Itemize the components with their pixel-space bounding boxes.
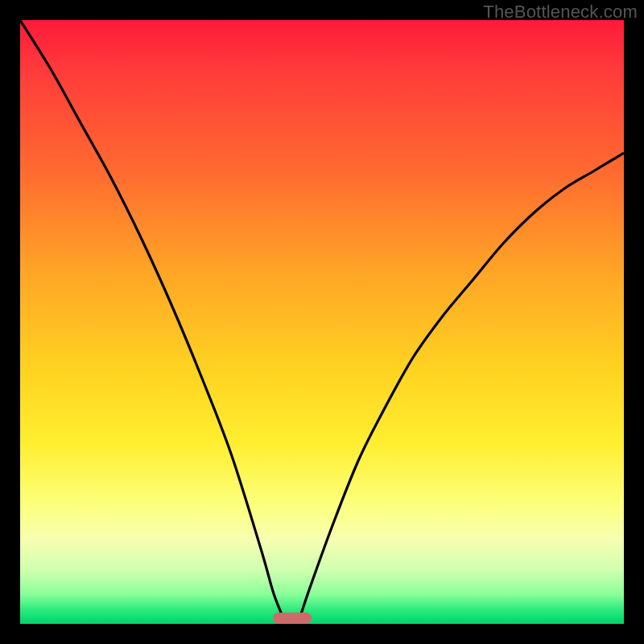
watermark-text: TheBottleneck.com — [483, 2, 638, 23]
right-curve — [298, 153, 624, 624]
left-curve — [20, 20, 286, 624]
plot-area — [20, 20, 624, 624]
chart-frame: TheBottleneck.com — [0, 0, 644, 644]
minimum-marker — [273, 613, 312, 624]
curves-svg — [20, 20, 624, 624]
